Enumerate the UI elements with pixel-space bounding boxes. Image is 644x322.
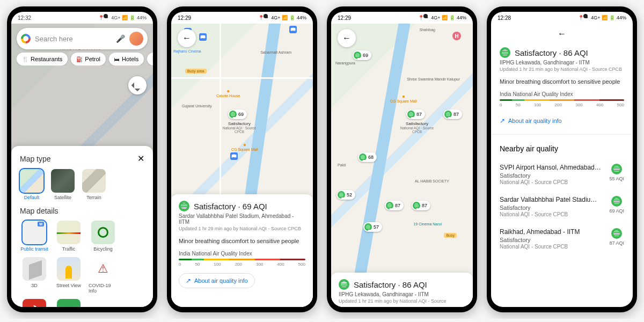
card-location: IIPHG Lekawada, Gandhinagar - IITM — [339, 291, 465, 297]
detail-covid[interactable]: COVID-19 Info — [89, 257, 118, 294]
details-title: Map details — [20, 207, 144, 215]
chip-petrol[interactable]: ⛽Petrol — [71, 53, 106, 65]
card-title: Satisfactory · 69 AQI — [179, 201, 305, 211]
poi-mandir[interactable]: Shree Swamina Mandir Kalupur — [407, 77, 460, 82]
chip-hotels[interactable]: 🛏Hotels — [109, 53, 144, 65]
aqi-badge-icon — [339, 279, 349, 290]
about-aqi-button[interactable]: ↗About air quality info — [500, 114, 568, 128]
search-placeholder: Search here — [35, 35, 112, 43]
mic-icon[interactable]: 🎤 — [116, 34, 125, 43]
poi-cinema[interactable]: Rajhans Cinema — [173, 49, 201, 54]
card-location: Sardar Vallabhbhai Patel Stadium, Ahmeda… — [179, 213, 305, 225]
map-type-sheet: Map type ✕ Default Satellite Terrain Map… — [11, 146, 153, 307]
scale-label: India National Air Quality Index — [500, 91, 624, 97]
google-logo-icon — [21, 34, 31, 43]
aqi-badge-icon — [500, 47, 510, 58]
poi-calorie[interactable]: Calorie House — [216, 88, 240, 98]
aqi-pin[interactable]: 57 — [363, 222, 382, 232]
area-label: Shahibag — [419, 28, 435, 32]
aqi-scale-bar — [179, 259, 305, 260]
back-button[interactable]: ← — [338, 29, 356, 47]
area-label: AL HABIB SOCIETY — [415, 179, 449, 184]
aqi-scale-bar — [500, 99, 624, 101]
scale-label: India National Air Quality Index — [179, 251, 305, 257]
aqi-badge-icon — [611, 196, 622, 207]
nearby-item[interactable]: SVPI Airport Hansol, Ahmedabad - IITMSat… — [500, 158, 624, 191]
maptype-terrain[interactable]: Terrain — [82, 169, 106, 200]
back-button[interactable]: ← — [500, 29, 624, 39]
detail-3d[interactable]: 3D — [20, 257, 49, 294]
poi-ashram[interactable]: Sabarmati Ashram — [260, 50, 291, 55]
aqi-pin[interactable]: 68 — [358, 152, 377, 162]
status-bar: 12:29📍 ⚬ 4G+ 📶 🔋 44% — [331, 12, 473, 24]
aqi-badge-icon — [611, 228, 622, 239]
card-title: Satisfactory · 86 AQI — [339, 279, 465, 290]
health-description: Minor breathing discomfort to sensitive … — [500, 78, 624, 85]
aqi-pin[interactable]: 87 — [406, 109, 425, 119]
transit-stop-icon[interactable] — [289, 26, 297, 33]
updated-text: Updated 1 hr 21 min ago by National AQI … — [500, 67, 624, 73]
nearby-item[interactable]: Sardar Vallabhbhai Patel Stadium, Ahm...… — [500, 191, 624, 223]
area-label: Paldi — [338, 163, 346, 167]
category-chips: 🍴Restaurants ⛽Petrol 🛏Hotels 🏧At — [17, 53, 153, 65]
chip-more[interactable]: 🏧At — [147, 53, 153, 65]
poi-university[interactable]: Gujarat University — [182, 104, 212, 108]
layers-button[interactable] — [128, 76, 147, 94]
sheet-title: Map type — [20, 155, 51, 163]
detail-streetview[interactable]: Street View — [54, 257, 83, 294]
page-title: Satisfactory · 86 AQI — [500, 47, 624, 58]
detail-airquality[interactable]: Air Quality — [54, 299, 83, 307]
aqi-pin-caption: SatisfactoryNational AQI · Source CPCB — [221, 121, 258, 134]
aqi-pin[interactable]: 87 — [412, 201, 430, 210]
card-description: Minor breathing discomfort to sensitive … — [179, 238, 305, 244]
aqi-pin[interactable]: 87 — [385, 201, 404, 210]
poi-mall[interactable]: CG Square Mall — [390, 93, 417, 103]
poi-cinema[interactable]: 19 Cinema Narol — [413, 222, 442, 226]
maptype-default[interactable]: Default — [20, 169, 43, 200]
card-updated: Updated 1 hr 21 min ago by National AQI … — [339, 298, 465, 305]
scale-ticks: 050100200300400500 — [179, 262, 305, 267]
aqi-pin-selected[interactable]: 69 — [228, 109, 247, 119]
status-bar: 12:32 📍 ⚬ 4G+ 📶 🔋 44% — [11, 12, 153, 24]
hospital-icon[interactable]: H — [452, 32, 461, 40]
transit-stop-icon[interactable] — [199, 33, 207, 41]
scale-ticks: 050100200300400500 — [500, 103, 624, 107]
aqi-pin[interactable]: 69 — [353, 50, 371, 60]
busy-area-label: Busy — [444, 233, 457, 238]
maptype-satellite[interactable]: Satellite — [51, 169, 75, 200]
aqi-pin-caption: SatisfactoryNational AQI · Source CPCB — [397, 121, 437, 134]
aqi-pin[interactable]: 87 — [443, 109, 462, 119]
profile-avatar[interactable] — [129, 32, 143, 46]
search-bar[interactable]: Search here 🎤 — [17, 28, 148, 49]
detail-bicycling[interactable]: Bicycling — [89, 221, 118, 252]
detail-traffic[interactable]: Traffic — [54, 221, 83, 252]
aqi-pin[interactable]: 52 — [336, 190, 355, 200]
external-link-icon: ↗ — [186, 277, 191, 284]
about-aqi-button[interactable]: ↗About air quality info — [179, 273, 255, 288]
aqi-badge-icon — [611, 164, 622, 174]
status-bar: 12:28📍 ⚬ 4G+ 📶 🔋 44% — [491, 12, 633, 24]
aqi-badge-icon — [179, 201, 189, 211]
nearby-item[interactable]: Raikhad, Ahmedabad - IITMSatisfactoryNat… — [500, 223, 624, 255]
nearby-heading: Nearby air quality — [500, 144, 624, 153]
busy-area-label: Busy area — [185, 69, 207, 74]
poi-mall[interactable]: CG Square Mall — [231, 142, 258, 151]
aqi-detail-card[interactable]: Satisfactory · 86 AQI IIPHG Lekawada, Ga… — [331, 273, 473, 307]
location-name: IIPHG Lekawada, Gandhinagar - IITM — [500, 60, 624, 65]
aqi-detail-card[interactable]: Satisfactory · 69 AQI Sardar Vallabhbhai… — [171, 194, 313, 307]
chip-restaurants[interactable]: 🍴Restaurants — [17, 53, 68, 65]
detail-transit[interactable]: Public transit — [20, 221, 49, 252]
transit-stop-icon[interactable] — [230, 152, 238, 160]
map-canvas[interactable]: H Shahibag Narangpura Shree Swamina Mand… — [331, 24, 473, 307]
external-link-icon: ↗ — [500, 117, 505, 125]
back-button[interactable]: ← — [178, 29, 196, 47]
area-label: Narangpura — [335, 61, 355, 65]
status-bar: 12:29📍 ⚬ 4G+ 📶 🔋 44% — [171, 12, 313, 24]
close-icon[interactable]: ✕ — [137, 153, 144, 164]
detail-wildfires[interactable]: Wildfires — [20, 299, 49, 307]
card-updated: Updated 1 hr 29 min ago by National AQI … — [179, 226, 305, 232]
